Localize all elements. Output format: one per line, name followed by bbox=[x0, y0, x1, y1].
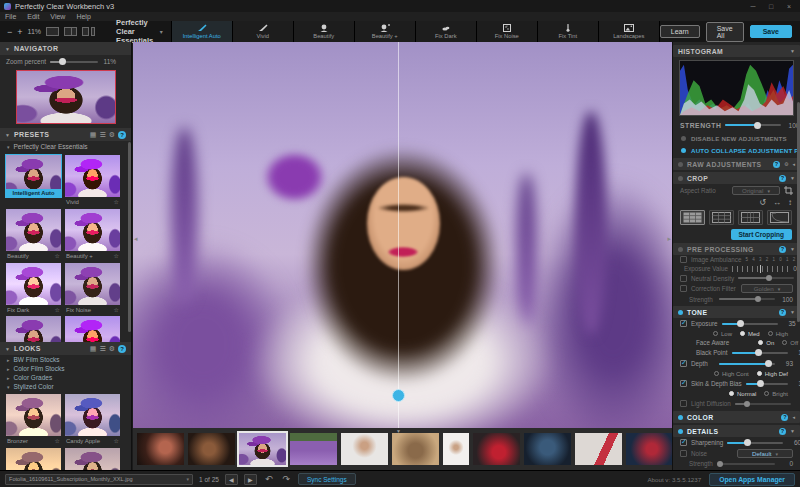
filmstrip-thumbnail[interactable] bbox=[392, 433, 439, 465]
preset-item-partial[interactable] bbox=[65, 316, 120, 342]
next-image-button[interactable]: ▶ bbox=[244, 474, 257, 485]
image-canvas[interactable]: ◂ ▸ bbox=[133, 42, 672, 428]
favorite-star-icon[interactable]: ☆ bbox=[114, 198, 119, 205]
filmstrip-thumbnail[interactable] bbox=[443, 433, 469, 465]
flip-vertical-icon[interactable]: ↕ bbox=[788, 198, 792, 207]
exposure-value-ruler[interactable] bbox=[732, 266, 788, 272]
zoom-in-button[interactable]: + bbox=[17, 27, 22, 37]
raw-adjustments-header[interactable]: RAW ADJUSTMENTS ? ⚙ ◂ bbox=[673, 158, 800, 170]
sync-settings-button[interactable]: Sync Settings bbox=[298, 473, 356, 485]
panel-enabled-dot[interactable] bbox=[678, 162, 683, 167]
redo-icon[interactable]: ↷ bbox=[280, 474, 292, 484]
exposure-slider[interactable] bbox=[722, 323, 778, 325]
neutral-density-checkbox[interactable] bbox=[680, 275, 687, 282]
preset-item-partial[interactable] bbox=[6, 316, 61, 342]
filmstrip-thumbnail[interactable] bbox=[188, 433, 235, 465]
favorite-star-icon[interactable]: ☆ bbox=[55, 252, 60, 259]
preset-item-vivid[interactable]: Vivid☆ bbox=[65, 155, 120, 205]
menu-edit[interactable]: Edit bbox=[27, 13, 39, 20]
navigator-preview[interactable] bbox=[16, 70, 116, 124]
face-aware-on-radio[interactable] bbox=[758, 340, 763, 345]
favorite-star-icon[interactable]: ☆ bbox=[114, 437, 119, 444]
crop-grid-thirds-button[interactable] bbox=[680, 210, 705, 225]
help-icon[interactable]: ? bbox=[781, 414, 788, 421]
toolbar-preset-beautify-plus[interactable]: Beautify + bbox=[355, 21, 416, 42]
tone-header[interactable]: TONE ? ▼ bbox=[673, 306, 800, 318]
high-def-radio[interactable] bbox=[757, 371, 762, 376]
preset-item-beautify[interactable]: Beautify☆ bbox=[6, 209, 61, 259]
look-item-bronzer[interactable]: Bronzer☆ bbox=[6, 394, 61, 444]
filmstrip-thumbnail[interactable] bbox=[290, 433, 337, 465]
previous-image-button[interactable]: ◀ bbox=[225, 474, 238, 485]
depth-checkbox[interactable] bbox=[680, 360, 687, 367]
gear-icon[interactable]: ⚙ bbox=[109, 131, 115, 139]
side-by-side-view-button[interactable] bbox=[82, 27, 95, 36]
preset-item-beautify-plus[interactable]: Beautify +☆ bbox=[65, 209, 120, 259]
panel-enabled-dot[interactable] bbox=[678, 310, 683, 315]
crop-grid-spiral-button[interactable] bbox=[767, 210, 792, 225]
black-point-slider[interactable] bbox=[732, 352, 788, 354]
start-cropping-button[interactable]: Start Cropping bbox=[731, 229, 793, 240]
menu-help[interactable]: Help bbox=[76, 13, 90, 20]
toolbar-preset-fix-dark[interactable]: Fix Dark bbox=[416, 21, 477, 42]
list-view-icon[interactable]: ☰ bbox=[99, 345, 105, 353]
neutral-density-slider[interactable] bbox=[738, 277, 794, 279]
exposure-med-radio[interactable] bbox=[740, 331, 745, 336]
before-after-split-line[interactable] bbox=[398, 42, 399, 428]
preset-item-fix-dark[interactable]: Fix Dark☆ bbox=[6, 263, 61, 313]
pre-strength-slider[interactable] bbox=[719, 298, 775, 300]
look-item-cocoa[interactable]: Cocoa☆ bbox=[65, 448, 120, 470]
panel-enabled-dot[interactable] bbox=[678, 176, 683, 181]
favorite-star-icon[interactable]: ☆ bbox=[55, 306, 60, 313]
help-icon[interactable]: ? bbox=[779, 175, 786, 182]
filmstrip-thumbnail[interactable] bbox=[341, 433, 388, 465]
zoom-percent-slider[interactable] bbox=[50, 61, 98, 63]
noise-checkbox[interactable] bbox=[680, 450, 687, 457]
filmstrip-collapse-arrow[interactable]: ▼ bbox=[396, 428, 401, 434]
filmstrip-thumbnail[interactable] bbox=[524, 433, 571, 465]
face-aware-off-radio[interactable] bbox=[782, 340, 787, 345]
skin-depth-bias-checkbox[interactable] bbox=[680, 380, 687, 387]
noise-dropdown[interactable]: Default ▾ bbox=[737, 449, 793, 458]
preset-item-fix-noise[interactable]: Fix Noise☆ bbox=[65, 263, 120, 313]
depth-slider[interactable] bbox=[719, 363, 775, 365]
save-button[interactable]: Save bbox=[750, 25, 792, 38]
strength-slider[interactable] bbox=[725, 124, 781, 126]
crop-icon[interactable] bbox=[784, 186, 793, 195]
looks-header[interactable]: ▼ LOOKS ▦ ☰ ⚙ ? bbox=[0, 342, 131, 355]
image-ambulance-checkbox[interactable] bbox=[680, 256, 687, 263]
filmstrip-thumbnail[interactable] bbox=[626, 433, 672, 465]
open-apps-manager-button[interactable]: Open Apps Manager bbox=[709, 473, 795, 486]
help-icon[interactable]: ? bbox=[779, 309, 786, 316]
help-icon[interactable]: ? bbox=[118, 131, 126, 139]
sharpening-checkbox[interactable] bbox=[680, 439, 687, 446]
exposure-checkbox[interactable] bbox=[680, 320, 687, 327]
noise-strength-slider[interactable] bbox=[719, 463, 775, 465]
sharpening-slider[interactable] bbox=[727, 442, 783, 444]
favorite-star-icon[interactable]: ☆ bbox=[114, 306, 119, 313]
preset-group-dropdown[interactable]: Perfectly Clear Essentials ▾ bbox=[102, 18, 171, 45]
help-icon[interactable]: ? bbox=[773, 161, 780, 168]
histogram-header[interactable]: HISTOGRAM ▼ bbox=[673, 45, 800, 57]
window-close-button[interactable]: × bbox=[782, 3, 796, 10]
toolbar-preset-fix-tint[interactable]: Fix Tint bbox=[538, 21, 599, 42]
favorite-star-icon[interactable]: ☆ bbox=[55, 437, 60, 444]
high-cont-radio[interactable] bbox=[714, 371, 719, 376]
window-maximize-button[interactable]: □ bbox=[764, 3, 778, 10]
looks-group-stylized-color[interactable]: ▾ Stylized Color bbox=[0, 382, 131, 391]
exposure-high-radio[interactable] bbox=[768, 331, 773, 336]
light-diffusion-checkbox[interactable] bbox=[680, 400, 687, 407]
navigator-header[interactable]: ▼ NAVIGATOR bbox=[0, 42, 131, 55]
disable-new-adjustments-toggle[interactable]: DISABLE NEW ADJUSTMENTS bbox=[673, 132, 800, 144]
menu-view[interactable]: View bbox=[50, 13, 65, 20]
presets-header[interactable]: ▼ PRESETS ▦ ☰ ⚙ ? bbox=[0, 128, 131, 141]
list-view-icon[interactable]: ☰ bbox=[99, 131, 105, 139]
rotate-icon[interactable]: ↺ bbox=[759, 198, 766, 207]
looks-group-color-film[interactable]: ▸ Color Film Stocks bbox=[0, 364, 131, 373]
collapse-left-panel-arrow[interactable]: ◂ bbox=[134, 235, 138, 243]
looks-group-color-grades[interactable]: ▸ Color Grades bbox=[0, 373, 131, 382]
filmstrip-thumbnail[interactable] bbox=[575, 433, 622, 465]
toolbar-preset-vivid[interactable]: Vivid bbox=[233, 21, 294, 42]
grid-view-icon[interactable]: ▦ bbox=[90, 345, 97, 353]
left-scrollbar[interactable] bbox=[128, 142, 131, 332]
